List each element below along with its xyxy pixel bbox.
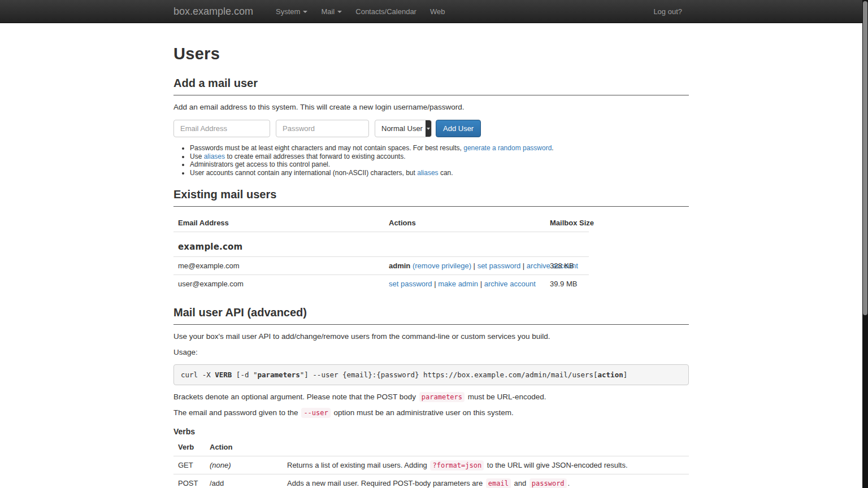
action: /add — [205, 474, 283, 488]
generate-random-password-link[interactable]: generate a random password — [463, 144, 552, 152]
verbs-table: Verb Action GET (none) Returns a list of… — [173, 438, 689, 488]
usage-label: Usage: — [173, 348, 689, 356]
note-administrators: Administrators get access to this contro… — [190, 160, 689, 169]
mailbox-size: 39.9 MB — [545, 275, 589, 293]
api-note-user: The email and password given to the --us… — [173, 408, 689, 417]
add-user-button[interactable]: Add User — [436, 120, 481, 137]
email-code: email — [486, 478, 511, 488]
privilege-selected-value: Normal User — [381, 124, 423, 133]
nav-item-contacts-calendar[interactable]: Contacts/Calendar — [349, 2, 423, 21]
verb: POST — [173, 474, 205, 488]
user-email: user@example.com — [173, 275, 384, 293]
domain-group-row: example.com — [173, 232, 589, 257]
existing-users-heading: Existing mail users — [173, 188, 689, 207]
user-actions: admin (remove privilege) | set password … — [384, 257, 545, 275]
verb-description: Adds a new mail user. Required POST-body… — [283, 474, 689, 488]
set-password-link[interactable]: set password — [478, 262, 521, 270]
aliases-link[interactable]: aliases — [417, 169, 438, 177]
parameters-code: parameters — [419, 392, 465, 402]
curl-usage-codeblock: curl -X VERB [-d "parameters"] --user {e… — [173, 364, 689, 385]
caret-down-icon — [303, 11, 307, 13]
user-email: me@example.com — [173, 257, 384, 275]
domain-name: example.com — [173, 232, 589, 257]
browser-scrollbar — [862, 0, 868, 488]
table-row: POST /add Adds a new mail user. Required… — [173, 474, 689, 488]
col-action: Action — [205, 438, 283, 456]
add-user-intro: Add an email address to this system. Thi… — [173, 103, 689, 111]
nav-item-mail[interactable]: Mail — [314, 2, 349, 21]
logout-link[interactable]: Log out? — [646, 2, 689, 21]
verb: GET — [173, 456, 205, 474]
api-heading: Mail user API (advanced) — [173, 306, 689, 325]
remove-privilege-link[interactable]: (remove privilege) — [413, 262, 471, 270]
col-mailbox-size: Mailbox Size — [545, 214, 589, 232]
action: (none) — [205, 456, 283, 474]
make-admin-link[interactable]: make admin — [438, 280, 478, 288]
top-navbar: box.example.com System Mail Contacts/Cal… — [0, 0, 868, 23]
verbs-heading: Verbs — [173, 427, 689, 436]
table-row: me@example.com admin (remove privilege) … — [173, 257, 589, 275]
set-password-link[interactable]: set password — [389, 280, 432, 288]
select-dropdown-arrow-icon — [426, 120, 431, 137]
note-passwords: Passwords must be at least eight charact… — [190, 144, 689, 152]
nav-item-web[interactable]: Web — [423, 2, 452, 21]
mailbox-size: 328 KB — [545, 257, 589, 275]
table-row: GET (none) Returns a list of existing ma… — [173, 456, 689, 474]
email-address-input[interactable] — [173, 120, 270, 137]
page-title: Users — [173, 45, 689, 63]
password-code: password — [530, 478, 567, 488]
api-intro: Use your box's mail user API to add/chan… — [173, 332, 689, 341]
aliases-link[interactable]: aliases — [204, 152, 225, 160]
col-verb: Verb — [173, 438, 205, 456]
note-ascii: User accounts cannot contain any interna… — [190, 169, 689, 177]
add-mail-user-heading: Add a mail user — [173, 77, 689, 95]
col-email-address: Email Address — [173, 214, 384, 232]
api-note-brackets: Brackets denote an optional argument. Pl… — [173, 393, 689, 401]
nav-item-system[interactable]: System — [269, 2, 314, 21]
admin-badge: admin — [389, 262, 410, 270]
archive-account-link[interactable]: archive account — [484, 280, 536, 288]
col-actions: Actions — [384, 214, 545, 232]
privilege-select[interactable]: Normal User — [375, 120, 432, 137]
add-user-form: Normal User Add User — [173, 120, 689, 137]
existing-users-table: Email Address Actions Mailbox Size examp… — [173, 214, 589, 293]
scrollbar-thumb[interactable] — [863, 1, 867, 315]
password-input[interactable] — [276, 120, 369, 137]
navbar-brand[interactable]: box.example.com — [173, 6, 253, 18]
table-row: user@example.com set password | make adm… — [173, 275, 589, 293]
note-aliases: Use aliases to create email addresses th… — [190, 152, 689, 161]
add-user-notes: Passwords must be at least eight charact… — [173, 144, 689, 177]
user-flag-code: --user — [301, 408, 330, 418]
user-actions: set password | make admin | archive acco… — [384, 275, 545, 293]
caret-down-icon — [337, 11, 342, 13]
format-json-code: ?format=json — [430, 460, 484, 470]
verb-description: Returns a list of existing mail users. A… — [283, 456, 689, 474]
col-description — [283, 438, 689, 456]
